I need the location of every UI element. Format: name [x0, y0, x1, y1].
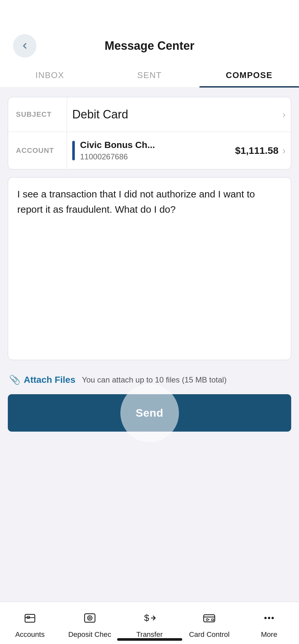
- nav-label-deposit-check: Deposit Chec: [68, 630, 111, 639]
- nav-item-more[interactable]: More: [239, 611, 299, 639]
- message-textarea[interactable]: [17, 187, 282, 349]
- account-left: Civic Bonus Ch... 11000267686: [72, 140, 155, 161]
- nav-label-accounts: Accounts: [15, 630, 45, 639]
- account-number: 11000267686: [80, 152, 155, 161]
- account-label: ACCOUNT: [8, 136, 67, 165]
- home-indicator: [117, 638, 182, 641]
- nav-label-more: More: [261, 630, 277, 639]
- send-button-wrapper: Send: [8, 394, 291, 432]
- account-name: Civic Bonus Ch...: [80, 140, 155, 150]
- message-area[interactable]: [8, 177, 291, 360]
- svg-rect-3: [85, 614, 95, 622]
- page-title: Message Center: [104, 39, 194, 53]
- svg-text:$: $: [144, 613, 149, 623]
- transfer-icon: $: [143, 611, 156, 627]
- nav-item-deposit-check[interactable]: Deposit Chec: [60, 611, 120, 639]
- tab-inbox[interactable]: INBOX: [0, 62, 100, 87]
- deposit-check-icon: [83, 611, 97, 627]
- account-details: Civic Bonus Ch... 11000267686: [80, 140, 155, 161]
- nav-label-card-control: Card Control: [189, 630, 230, 639]
- main-content: SUBJECT Debit Card › ACCOUNT Civic Bonus…: [0, 88, 299, 506]
- subject-label: SUBJECT: [8, 100, 67, 129]
- svg-point-15: [272, 617, 274, 619]
- nav-item-card-control[interactable]: Card Control: [179, 611, 239, 639]
- account-row: ACCOUNT Civic Bonus Ch... 11000267686 $1…: [8, 132, 291, 169]
- card-control-icon: [202, 611, 216, 627]
- svg-point-5: [89, 617, 91, 619]
- bottom-nav: Accounts Deposit Chec $ Transfer: [0, 602, 299, 644]
- svg-point-14: [268, 617, 270, 619]
- tab-sent[interactable]: SENT: [100, 62, 199, 87]
- more-icon: [262, 611, 276, 627]
- tab-bar: INBOX SENT COMPOSE: [0, 62, 299, 88]
- svg-point-13: [265, 617, 267, 619]
- nav-item-transfer[interactable]: $ Transfer: [120, 611, 180, 639]
- spacer: [8, 441, 291, 506]
- paperclip-icon: 📎: [9, 374, 20, 385]
- svg-point-4: [88, 616, 92, 620]
- tab-compose[interactable]: COMPOSE: [199, 62, 299, 87]
- back-button[interactable]: [13, 34, 36, 58]
- header: Message Center: [0, 33, 299, 62]
- subject-value-text: Debit Card: [72, 108, 128, 121]
- subject-chevron-icon: ›: [282, 109, 286, 120]
- account-right: $1,111.58 ›: [235, 145, 286, 156]
- compose-form-card: SUBJECT Debit Card › ACCOUNT Civic Bonus…: [8, 97, 291, 169]
- send-button[interactable]: Send: [8, 394, 291, 432]
- attach-files-link[interactable]: 📎 Attach Files: [9, 374, 75, 385]
- svg-rect-0: [25, 614, 35, 622]
- nav-item-accounts[interactable]: Accounts: [0, 611, 60, 639]
- account-chevron-icon: ›: [282, 145, 286, 156]
- accounts-icon: [23, 611, 37, 627]
- nav-label-transfer: Transfer: [136, 630, 163, 639]
- attach-section: 📎 Attach Files You can attach up to 10 f…: [8, 368, 291, 394]
- account-color-bar: [72, 141, 75, 160]
- account-info-row[interactable]: Civic Bonus Ch... 11000267686 $1,111.58 …: [67, 132, 291, 169]
- attach-info-text: You can attach up to 10 files (15 MB tot…: [82, 375, 227, 384]
- status-bar: [0, 0, 299, 33]
- account-balance: $1,111.58: [235, 145, 279, 156]
- svg-point-11: [206, 619, 208, 621]
- subject-row: SUBJECT Debit Card ›: [8, 97, 291, 132]
- svg-rect-10: [211, 619, 214, 621]
- subject-value-row[interactable]: Debit Card ›: [67, 97, 291, 132]
